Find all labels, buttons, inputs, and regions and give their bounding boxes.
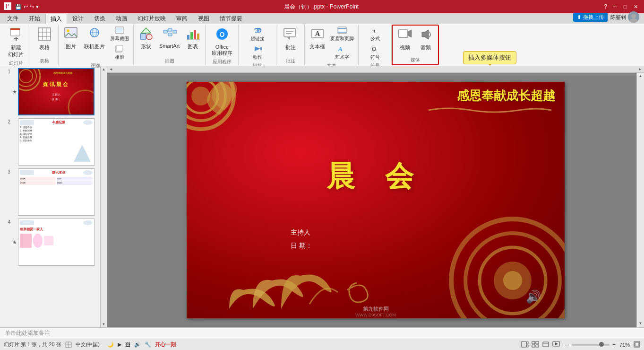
slide-thumb-3[interactable]: 媒讯主张 内容A 内容B 内容C 内容D <box>18 168 94 216</box>
album-label: 相册 <box>115 54 124 61</box>
main-slide[interactable]: 感恩奉献成长超越 晨 会 主持人 日 期： <box>187 82 565 318</box>
watermark: 第九软件网 WWW.D9SOFT.COM <box>187 306 565 317</box>
tab-view[interactable]: 视图 <box>193 13 215 24</box>
slideshow-view-icon[interactable] <box>552 341 560 349</box>
tab-design[interactable]: 设计 <box>67 13 89 24</box>
table-button[interactable]: 表格 <box>35 26 54 52</box>
speaker-icon: 🔊 <box>526 289 541 304</box>
online-picture-button[interactable]: 联机图片 <box>82 26 107 51</box>
picture-icon <box>64 26 78 43</box>
tab-review[interactable]: 审阅 <box>171 13 193 24</box>
save-icon[interactable]: 💾 <box>15 4 22 10</box>
slide-thumb-1[interactable]: 感恩奉献成长超越 媒讯晨会 主持人 日 期： <box>18 68 94 115</box>
slide-thumb-2[interactable]: 今感纪缘 1. 感恩有你 2. 奉献精神 3. 成长记录 4. 超越自我 5. … <box>18 118 94 166</box>
svg-rect-23 <box>163 30 167 33</box>
svg-rect-40 <box>284 28 295 37</box>
svg-rect-74 <box>532 341 535 344</box>
zoom-slider[interactable] <box>572 344 610 346</box>
slide-item-3[interactable]: 3 媒讯主张 内容A 内容B <box>2 168 98 216</box>
ribbon-group-symbols: π 公式 Ω 符号 符号 <box>359 25 392 65</box>
zoom-minus-icon[interactable]: ─ <box>565 341 569 348</box>
tab-transitions[interactable]: 切换 <box>89 13 111 24</box>
left-scrollbar[interactable]: ▲ ▼ <box>101 66 107 327</box>
group-label-media: 媒体 <box>395 57 436 63</box>
minimize-button[interactable]: ─ <box>610 3 619 10</box>
video-button[interactable]: 视频 <box>395 26 414 52</box>
status-moon-icon[interactable]: 🌙 <box>107 341 114 348</box>
slide-thumb-4[interactable]: 相亲相爱一家人 <box>18 219 94 266</box>
slide-item-1[interactable]: 1 ★ 感恩奉献成长超越 媒讯晨会 主持人 日 期： <box>2 68 98 115</box>
status-label: 开心一刻 <box>155 341 176 348</box>
slide-number-4: 4 <box>2 219 10 225</box>
reading-view-icon[interactable] <box>542 341 550 349</box>
svg-marker-38 <box>255 46 260 51</box>
audio-label: 音频 <box>421 44 431 51</box>
tab-file[interactable]: 文件 <box>2 13 24 24</box>
status-audio-icon[interactable]: 🔊 <box>134 341 141 348</box>
language-text: 中文(中国) <box>76 341 100 348</box>
screenshot-button[interactable]: 屏幕截图 <box>109 26 130 43</box>
textbox-button[interactable]: A 文本框 <box>308 26 327 51</box>
svg-rect-83 <box>635 342 639 346</box>
group-label-table: 表格 <box>33 58 55 64</box>
slide-item-4[interactable]: 4 ★ 相亲相爱一家人 <box>2 219 98 266</box>
ribbon-group-slides: 新建幻灯片 幻灯片 <box>2 25 30 65</box>
tab-animations[interactable]: 动画 <box>111 13 132 24</box>
new-slide-icon <box>9 26 24 44</box>
redo-icon[interactable]: ↪ <box>30 4 34 10</box>
upload-button[interactable]: ⬆ 拖拽上传 <box>573 13 608 22</box>
help-icon[interactable]: ? <box>604 3 607 10</box>
ribbon-group-apps: O Office应用程序 应用程序 <box>206 25 239 65</box>
svg-rect-32 <box>194 30 196 39</box>
group-label-illustrations: 插图 <box>137 58 202 64</box>
undo-icon[interactable]: ↩ <box>24 4 28 10</box>
status-bar: 幻灯片 第 1 张，共 20 张 中文(中国) 🌙 ▶ 🖼 🔊 🔧 开心一刻 ─ <box>0 339 644 350</box>
canvas-area: 感恩奉献成长超越 晨 会 主持人 日 期： <box>107 73 644 327</box>
audio-button[interactable]: 音频 <box>416 26 435 52</box>
status-play-icon[interactable]: ▶ <box>118 341 121 348</box>
status-settings-icon[interactable]: 🔧 <box>145 341 151 348</box>
header-footer-label: 页眉和页脚 <box>330 35 354 42</box>
quick-access-toolbar[interactable]: 🅿 💾 ↩ ↪ ▾ <box>4 2 39 11</box>
comment-button[interactable]: 批注 <box>281 26 300 52</box>
office-apps-button[interactable]: O Office应用程序 <box>210 26 234 58</box>
normal-view-icon[interactable] <box>521 341 529 349</box>
wordart-button[interactable]: A 艺术字 <box>329 44 355 61</box>
svg-rect-25 <box>168 33 172 36</box>
tab-story[interactable]: 情节提要 <box>215 13 248 24</box>
symbol-button[interactable]: Ω 符号 <box>369 44 381 61</box>
user-area[interactable]: 陈鉴钊 <box>610 11 639 23</box>
maximize-button[interactable]: □ <box>620 3 630 10</box>
chart-button[interactable]: 图表 <box>183 26 202 51</box>
slide-main-title: 晨 会 <box>326 158 425 196</box>
equation-button[interactable]: π 公式 <box>369 26 381 43</box>
symbol-icon: Ω <box>370 45 380 54</box>
shapes-button[interactable]: 形状 <box>137 26 155 51</box>
hyperlink-button[interactable]: 超链接 <box>249 26 266 43</box>
new-slide-button[interactable]: 新建幻灯片 <box>6 26 26 59</box>
top-scrollbar[interactable]: ◄ ► <box>107 66 644 73</box>
zoom-plus-icon[interactable]: + <box>612 341 616 348</box>
tab-home[interactable]: 开始 <box>24 13 45 24</box>
header-footer-button[interactable]: 页眉和页脚 <box>329 26 355 43</box>
status-photo-icon[interactable]: 🖼 <box>125 342 130 348</box>
svg-rect-39 <box>260 47 262 50</box>
screenshot-icon <box>115 26 124 35</box>
slide-panel: 1 ★ 感恩奉献成长超越 媒讯晨会 主持人 日 期： <box>0 66 101 327</box>
fit-page-icon[interactable] <box>634 341 640 349</box>
close-button[interactable]: ✕ <box>631 3 640 10</box>
window-controls[interactable]: ─ □ ✕ <box>610 3 640 10</box>
album-button[interactable]: 相册 <box>109 44 130 61</box>
smartart-button[interactable]: SmartArt <box>157 26 181 50</box>
action-button[interactable]: 动作 <box>249 44 266 61</box>
picture-button[interactable]: 图片 <box>61 26 80 51</box>
slide-sorter-icon[interactable] <box>532 341 539 349</box>
tab-insert[interactable]: 插入 <box>45 14 67 24</box>
right-scrollbar[interactable]: ▲ ▼ <box>636 73 644 327</box>
svg-rect-78 <box>543 342 549 347</box>
slide-item-2[interactable]: 2 今感纪缘 1. 感恩有你 2. 奉献精神 3. 成长记录 4. <box>2 118 98 166</box>
smartart-label: SmartArt <box>159 43 180 49</box>
tab-slideshow[interactable]: 幻灯片放映 <box>132 13 171 24</box>
ribbon-group-images: 图片 联机图片 屏幕截图 相册 <box>59 25 134 65</box>
notes-bar[interactable]: 单击此处添加备注 <box>0 327 644 339</box>
